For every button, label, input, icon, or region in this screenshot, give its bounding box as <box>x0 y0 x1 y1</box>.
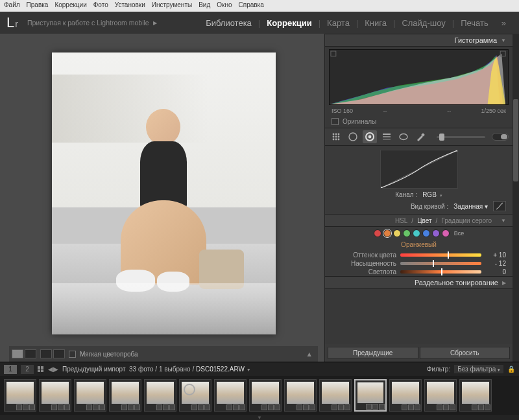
hue-track[interactable] <box>400 253 481 257</box>
menu-Установки[interactable]: Установки <box>115 1 145 10</box>
crop-tool-icon[interactable] <box>329 130 343 143</box>
filmstrip-collapse[interactable]: ▼ <box>0 415 519 420</box>
hsl-color-7[interactable] <box>442 229 450 237</box>
module-Книга[interactable]: Книга <box>358 18 393 28</box>
hsl-tabs[interactable]: HSL / Цвет / Градации серого <box>390 215 497 226</box>
hsl-tab-0[interactable]: HSL <box>395 217 407 224</box>
menu-Фото[interactable]: Фото <box>93 1 108 10</box>
curve-type-value[interactable]: Заданная <box>453 203 483 210</box>
thumbnail[interactable] <box>354 379 387 412</box>
right-scrollbar[interactable] <box>513 34 519 362</box>
loupe-view[interactable] <box>9 40 318 346</box>
thumbnail[interactable] <box>144 379 176 412</box>
lock-icon[interactable]: 🔒 <box>507 366 515 373</box>
thumbnail[interactable] <box>179 379 211 412</box>
thumbnail[interactable] <box>389 379 422 412</box>
thumbnail[interactable] <box>74 379 106 412</box>
filmstrip-filter[interactable]: Фильтр: Без фильтра ▾ 🔒 <box>427 365 515 373</box>
hsl-all[interactable]: Все <box>454 230 465 237</box>
loupe-view-button[interactable] <box>12 349 23 358</box>
histogram[interactable] <box>329 49 509 105</box>
thumbnail[interactable] <box>39 379 71 412</box>
thumbnail[interactable] <box>4 379 36 412</box>
module-Печать[interactable]: Печать <box>454 18 495 28</box>
module-Библиотека[interactable]: Библиотека <box>199 18 258 28</box>
radial-tool-icon[interactable] <box>396 130 411 143</box>
nav-back-icon[interactable]: ◀▶ <box>48 366 58 373</box>
hsl-header[interactable]: HSL / Цвет / Градации серого ▼ <box>325 214 513 227</box>
thumbnail[interactable] <box>249 379 282 412</box>
dropdown-icon[interactable]: ▼ <box>247 368 251 372</box>
brush-tool-icon[interactable] <box>413 130 428 143</box>
os-menu-bar[interactable]: ФайлПравкаКоррекцииФотоУстановкиИнструме… <box>0 0 519 12</box>
lum-track[interactable] <box>400 270 481 274</box>
filmstrip[interactable] <box>0 376 519 415</box>
spot-tool-icon[interactable] <box>346 130 360 143</box>
panel-switch[interactable] <box>492 133 509 141</box>
before-after-button[interactable] <box>25 349 36 358</box>
filter-dropdown[interactable]: Без фильтра ▾ <box>454 365 503 373</box>
sat-slider[interactable]: Насыщенность - 12 <box>325 259 513 268</box>
monitor-1-button[interactable]: 1 <box>4 365 17 374</box>
source-info[interactable]: Предыдущий импорт 33 фото / 1 выбрано / … <box>62 366 251 373</box>
menu-Вид[interactable]: Вид <box>199 1 210 10</box>
grid-icon[interactable] <box>38 366 44 373</box>
hsl-color-1[interactable] <box>383 229 391 237</box>
lum-value[interactable]: 0 <box>485 268 506 275</box>
originals-checkbox[interactable] <box>332 118 339 125</box>
hsl-color-6[interactable] <box>432 229 440 237</box>
hsl-tab-2[interactable]: Градации серого <box>441 217 492 224</box>
thumbnail[interactable] <box>424 379 457 412</box>
thumbnail[interactable] <box>284 379 317 412</box>
hsl-color-3[interactable] <box>403 229 411 237</box>
identity-plate-text[interactable]: Приступая к работе с Lightroom mobile <box>27 19 149 27</box>
slider-knob[interactable] <box>439 134 444 141</box>
hsl-color-swatches[interactable]: Все <box>325 227 513 240</box>
menu-Инструменты[interactable]: Инструменты <box>152 1 192 10</box>
menu-Правка[interactable]: Правка <box>27 1 49 10</box>
thumbnail[interactable] <box>109 379 141 412</box>
ref-view-1[interactable] <box>40 349 52 358</box>
grid-icons[interactable] <box>38 366 44 373</box>
grad-tool-icon[interactable] <box>380 130 394 143</box>
menu-Файл[interactable]: Файл <box>4 1 20 10</box>
sat-value[interactable]: - 12 <box>485 260 506 267</box>
sat-track[interactable] <box>400 262 481 265</box>
originals-row[interactable]: Оригиналы <box>325 115 513 128</box>
module-Коррекции[interactable]: Коррекции <box>260 18 318 28</box>
module-Карта[interactable]: Карта <box>320 18 356 28</box>
channel-value[interactable]: RGB <box>422 191 437 198</box>
monitor-2-button[interactable]: 2 <box>21 365 34 374</box>
split-tone-header[interactable]: Раздельное тонирование▶ <box>325 276 513 289</box>
hsl-color-0[interactable] <box>374 229 381 237</box>
hsl-color-2[interactable] <box>393 229 401 237</box>
ref-view-2[interactable] <box>53 349 65 358</box>
compare-buttons[interactable] <box>40 349 65 358</box>
previous-button[interactable]: Предыдущие <box>328 347 418 359</box>
thumbnail[interactable] <box>319 379 352 412</box>
lum-slider[interactable]: Светлота 0 <box>325 268 513 276</box>
size-slider[interactable] <box>437 136 485 138</box>
thumbnail[interactable] <box>459 379 492 412</box>
collapse-icon[interactable]: ▼ <box>501 218 506 224</box>
scrollbar-grip[interactable] <box>513 99 518 181</box>
hsl-tab-1[interactable]: Цвет <box>417 217 431 224</box>
hue-slider[interactable]: Оттенок цвета + 10 <box>325 251 513 259</box>
menu-Окно[interactable]: Окно <box>217 1 232 10</box>
view-mode-buttons[interactable] <box>12 349 36 358</box>
hsl-color-5[interactable] <box>422 229 430 237</box>
module-more-icon[interactable]: » <box>495 18 513 28</box>
hue-value[interactable]: + 10 <box>485 251 506 259</box>
expand-icon[interactable]: ▶ <box>502 280 506 286</box>
menu-Коррекции[interactable]: Коррекции <box>54 1 86 10</box>
channel-row[interactable]: Канал : RGB ▾ <box>330 191 507 198</box>
softproof-checkbox[interactable] <box>69 351 76 358</box>
hsl-color-4[interactable] <box>413 229 420 237</box>
point-curve-button[interactable] <box>493 201 506 211</box>
toolbar-expand-icon[interactable]: ▲ <box>306 350 313 358</box>
redeye-tool-icon[interactable] <box>363 130 377 143</box>
thumbnail[interactable] <box>214 379 247 412</box>
collapse-icon[interactable]: ▼ <box>501 38 506 43</box>
histogram-header[interactable]: Гистограмма▼ <box>325 34 513 47</box>
play-icon[interactable]: ▶ <box>153 20 157 26</box>
